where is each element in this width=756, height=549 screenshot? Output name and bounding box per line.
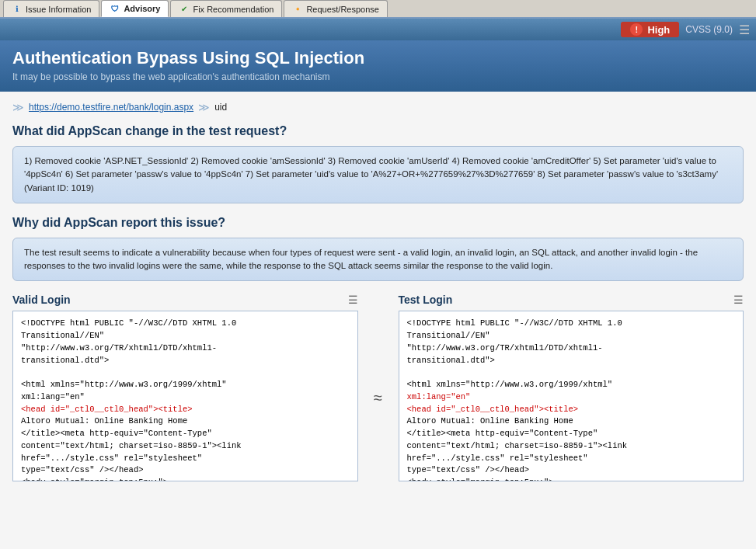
test-code-line-2: Transitional//EN" bbox=[407, 330, 736, 342]
test-code-line-4: transitional.dtd"> bbox=[407, 355, 736, 367]
test-login-title: Test Login bbox=[399, 294, 453, 306]
test-code-line-13: <body style="margin-top:5px;"> bbox=[407, 477, 736, 481]
issue-header: Authentication Bypass Using SQL Injectio… bbox=[0, 40, 756, 92]
section1-body: 1) Removed cookie 'ASP.NET_SessionId' 2)… bbox=[12, 146, 744, 203]
test-login-menu-icon[interactable]: ☰ bbox=[733, 294, 744, 306]
test-code-line-8: Altoro Mutual: Online Banking Home bbox=[407, 415, 736, 428]
valid-code-line-4: transitional.dtd"> bbox=[21, 355, 350, 367]
url-arrow2-icon: ≫ bbox=[198, 101, 210, 113]
tab-issue-info-label: Issue Information bbox=[26, 5, 91, 14]
tab-advisory[interactable]: 🛡 Advisory bbox=[101, 0, 169, 17]
section1-title: What did AppScan change in the test requ… bbox=[12, 124, 744, 138]
url-link[interactable]: https://demo.testfire.net/bank/login.asp… bbox=[29, 102, 193, 113]
test-code-line-11: href=".../style.css" rel="stylesheet" bbox=[407, 453, 736, 465]
valid-code-line-5: <html xmlns="http://www.w3.org/1999/xhtm… bbox=[21, 379, 350, 391]
test-code-line-7: <head id="_ctl0__ctl0_head"><title> bbox=[407, 404, 736, 416]
panels-row: Valid Login ☰ <!DOCTYPE html PUBLIC "-//… bbox=[12, 294, 744, 481]
issue-title: Authentication Bypass Using SQL Injectio… bbox=[12, 48, 744, 68]
valid-code-line-13: <body style="margin-top:5px;"> bbox=[21, 477, 350, 481]
valid-code-line-1: <!DOCTYPE html PUBLIC "-//W3C//DTD XHTML… bbox=[21, 318, 350, 330]
test-code-line-5: <html xmlns="http://www.w3.org/1999/xhtm… bbox=[407, 379, 736, 391]
test-code-line-6: xml:lang="en" bbox=[407, 391, 736, 404]
valid-login-panel: Valid Login ☰ <!DOCTYPE html PUBLIC "-//… bbox=[12, 294, 358, 481]
severity-bar: ! High CVSS (9.0) ☰ bbox=[0, 19, 756, 40]
tab-bar: ℹ Issue Information 🛡 Advisory ✔ Fix Rec… bbox=[0, 0, 756, 19]
valid-code-line-8: Altoro Mutual: Online Banking Home bbox=[21, 415, 350, 428]
valid-login-header: Valid Login ☰ bbox=[12, 294, 358, 306]
url-arrow-icon: ≫ bbox=[12, 101, 24, 113]
valid-code-line-2: Transitional//EN" bbox=[21, 330, 350, 342]
valid-code-line-10: content="text/html; charset=iso-8859-1">… bbox=[21, 440, 350, 453]
info-icon: ℹ bbox=[12, 4, 23, 15]
valid-code-line-12: type="text/css" /></head> bbox=[21, 464, 350, 477]
section2-title: Why did AppScan report this issue? bbox=[12, 216, 744, 230]
valid-login-title: Valid Login bbox=[12, 294, 71, 306]
test-code-line-9: </title><meta http-equiv="Content-Type" bbox=[407, 428, 736, 440]
valid-code-line-11: href=".../style.css" rel="stylesheet" bbox=[21, 453, 350, 465]
menu-icon[interactable]: ☰ bbox=[739, 23, 750, 37]
tab-request-label: Request/Response bbox=[306, 5, 379, 14]
section2-body: The test result seems to indicate a vuln… bbox=[12, 238, 744, 282]
test-code-line-12: type="text/css" /></head> bbox=[407, 464, 736, 477]
url-param: uid bbox=[214, 102, 227, 113]
test-login-code[interactable]: <!DOCTYPE html PUBLIC "-//W3C//DTD XHTML… bbox=[399, 311, 744, 481]
valid-login-menu-icon[interactable]: ☰ bbox=[348, 294, 358, 306]
approx-symbol: ≈ bbox=[368, 389, 389, 407]
main-content: ≫ https://demo.testfire.net/bank/login.a… bbox=[0, 92, 756, 549]
severity-level: High bbox=[647, 24, 670, 36]
tab-request-response[interactable]: 🔸 Request/Response bbox=[284, 0, 388, 17]
tab-advisory-label: Advisory bbox=[124, 4, 160, 13]
exclamation-icon: ! bbox=[630, 23, 643, 36]
valid-code-line-7: <head id="_ctl0__ctl0_head"><title> bbox=[21, 404, 350, 416]
request-diamond-icon: 🔸 bbox=[292, 4, 303, 15]
valid-login-code[interactable]: <!DOCTYPE html PUBLIC "-//W3C//DTD XHTML… bbox=[12, 311, 358, 481]
tab-fix-recommendation[interactable]: ✔ Fix Recommendation bbox=[170, 0, 282, 17]
url-bar: ≫ https://demo.testfire.net/bank/login.a… bbox=[12, 101, 744, 113]
advisory-shield-icon: 🛡 bbox=[110, 3, 120, 14]
valid-code-line-9: </title><meta http-equiv="Content-Type" bbox=[21, 428, 350, 440]
issue-subtitle: It may be possible to bypass the web app… bbox=[12, 71, 744, 82]
tab-issue-info[interactable]: ℹ Issue Information bbox=[3, 0, 99, 17]
fix-checkmark-icon: ✔ bbox=[179, 4, 190, 15]
test-login-header: Test Login ☰ bbox=[399, 294, 744, 306]
severity-badge: ! High bbox=[621, 22, 679, 37]
test-login-panel: Test Login ☰ <!DOCTYPE html PUBLIC "-//W… bbox=[399, 294, 744, 481]
tab-fix-label: Fix Recommendation bbox=[193, 5, 273, 14]
valid-code-line-3: "http://www.w3.org/TR/xhtml1/DTD/xhtml1- bbox=[21, 342, 350, 355]
test-code-line-1: <!DOCTYPE html PUBLIC "-//W3C//DTD XHTML… bbox=[407, 318, 736, 330]
valid-code-line-6: xml:lang="en" bbox=[21, 391, 350, 404]
test-code-line-10: content="text/html; charset=iso-8859-1">… bbox=[407, 440, 736, 453]
test-code-line-3: "http://www.w3.org/TR/xhtml1/DTD/xhtml1- bbox=[407, 342, 736, 355]
cvss-label: CVSS (9.0) bbox=[685, 24, 733, 35]
